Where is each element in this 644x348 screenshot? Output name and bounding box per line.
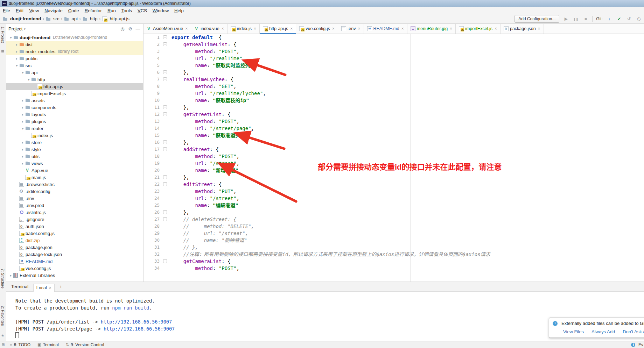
tab-close-icon[interactable]: ×: [254, 27, 256, 31]
chevron-collapsed-icon[interactable]: [20, 148, 25, 151]
fold-marker[interactable]: [162, 146, 168, 153]
tree-item-duoji-frontend[interactable]: duoji-frontendD:\zheheWeb\duoji-frontend: [6, 34, 143, 41]
notification-action-always-add[interactable]: Always Add: [592, 329, 615, 334]
tree-item-.browserslistrc[interactable]: .browserslistrc: [6, 181, 143, 188]
stop-icon[interactable]: [582, 16, 589, 21]
notification-action-view-files[interactable]: View Files: [563, 329, 584, 334]
terminal-link[interactable]: http://192.168.66.56:9007: [101, 319, 172, 325]
tab-menuRouter.jpg[interactable]: menuRouter.jpg×: [407, 24, 456, 34]
tab-http-api.js[interactable]: http-api.js×: [260, 24, 296, 34]
breadcrumb-item-api[interactable]: api: [64, 16, 77, 21]
fold-marker[interactable]: [162, 34, 168, 41]
tree-item-views[interactable]: views: [6, 160, 143, 167]
tab-index.js[interactable]: index.js×: [227, 24, 260, 34]
tab-index.vue[interactable]: index.vue×: [191, 24, 227, 34]
tree-item-README.md[interactable]: README.md: [6, 258, 143, 265]
tree-item-auth.json[interactable]: auth.json: [6, 223, 143, 230]
tab-close-icon[interactable]: ×: [332, 27, 335, 31]
chevron-expanded-icon[interactable]: [20, 127, 25, 130]
fold-marker[interactable]: [162, 181, 168, 188]
statusbar-item-terminal[interactable]: ▣Terminal: [34, 342, 62, 347]
tree-item-plugins[interactable]: plugins: [6, 118, 143, 125]
tab-close-icon[interactable]: ×: [401, 27, 404, 31]
tree-item-.gitignore[interactable]: .gitignore: [6, 216, 143, 223]
tree-item-.env.prod[interactable]: .env.prod: [6, 202, 143, 209]
tree-item-public[interactable]: public: [6, 55, 143, 62]
fold-marker[interactable]: [162, 76, 168, 83]
git-commit-icon[interactable]: [616, 16, 622, 21]
tree-item-router[interactable]: router: [6, 125, 143, 132]
new-terminal-icon[interactable]: +: [58, 284, 64, 290]
fold-marker[interactable]: [162, 139, 168, 146]
tree-item-package.json[interactable]: package.json: [6, 244, 143, 251]
tab-importExcel.js[interactable]: importExcel.js×: [456, 24, 500, 34]
notification-action-don-t-ask-agai[interactable]: Don't Ask Agai: [623, 329, 644, 334]
terminal-tab-local[interactable]: Local ×: [33, 284, 55, 292]
tree-item-vue.config.js[interactable]: vue.config.js: [6, 265, 143, 272]
terminal-link[interactable]: http://192.168.66.56:9007: [104, 326, 175, 332]
event-log-icon[interactable]: [631, 343, 635, 347]
tool-window-project-button[interactable]: 1: Project: [1, 27, 5, 43]
locate-file-icon[interactable]: ◎: [119, 26, 126, 31]
menu-item-file[interactable]: File: [0, 8, 13, 13]
statusbar-item-vcs[interactable]: ⇅9: Version Control: [62, 342, 108, 347]
project-panel-title[interactable]: Project: [8, 26, 22, 31]
tab-close-icon[interactable]: ×: [495, 27, 497, 31]
tree-item-store[interactable]: store: [6, 139, 143, 146]
breadcrumb-item-duoji-frontend[interactable]: duoji-frontend: [3, 16, 41, 21]
tab-close-icon[interactable]: ×: [358, 27, 360, 31]
git-update-icon[interactable]: [606, 16, 612, 21]
local-history-icon[interactable]: [636, 16, 642, 21]
chevron-expanded-icon[interactable]: [14, 64, 19, 68]
tree-item-style[interactable]: style: [6, 146, 143, 153]
tool-window-favorites-button[interactable]: 2: Favorites: [1, 306, 5, 326]
breadcrumb-item-http-api.js[interactable]: http-api.js: [102, 16, 129, 21]
fold-marker[interactable]: [162, 111, 168, 118]
close-icon[interactable]: ×: [49, 286, 51, 290]
tab-close-icon[interactable]: ×: [450, 27, 452, 31]
menu-item-code[interactable]: Code: [65, 8, 82, 13]
fold-marker[interactable]: [162, 41, 168, 48]
add-configuration-button[interactable]: Add Configuration...: [514, 15, 559, 23]
tree-item-layouts[interactable]: layouts: [6, 111, 143, 118]
menu-item-run[interactable]: Run: [105, 8, 119, 13]
menu-item-view[interactable]: View: [26, 8, 42, 13]
code-editor[interactable]: 1export default {2 getRealTimeList: {3 m…: [144, 34, 644, 282]
tool-window-switcher-icon[interactable]: ⊞: [0, 342, 6, 347]
chevron-collapsed-icon[interactable]: [20, 99, 25, 102]
tree-item-App.vue[interactable]: App.vue: [6, 167, 143, 174]
tree-item-assets[interactable]: assets: [6, 97, 143, 104]
tree-item-src[interactable]: src: [6, 62, 143, 69]
chevron-collapsed-icon[interactable]: [20, 113, 25, 116]
terminal-cursor[interactable]: [15, 332, 19, 338]
project-tool-icon[interactable]: ▦: [1, 49, 4, 53]
menu-item-navigate[interactable]: Navigate: [42, 8, 65, 13]
tree-item-dist.zip[interactable]: dist.zip: [6, 237, 143, 244]
tab-vue.config.js[interactable]: vue.config.js×: [296, 24, 338, 34]
chevron-expanded-icon[interactable]: [26, 78, 31, 81]
menu-item-tools[interactable]: Tools: [119, 8, 135, 13]
terminal-output[interactable]: Note that the development build is not o…: [6, 292, 644, 339]
favorites-star-icon[interactable]: ★: [1, 334, 4, 338]
tab-.env[interactable]: .env×: [338, 24, 364, 34]
statusbar-item-todo[interactable]: ≡6: TODO: [6, 342, 34, 347]
pause-icon[interactable]: [573, 16, 579, 21]
tab-close-icon[interactable]: ×: [185, 27, 188, 31]
chevron-down-icon[interactable]: ▾: [24, 27, 26, 31]
chevron-collapsed-icon[interactable]: [14, 57, 19, 61]
menu-item-help[interactable]: Help: [172, 8, 187, 13]
fold-marker[interactable]: [162, 258, 168, 265]
gear-icon[interactable]: ⚙: [127, 26, 133, 31]
tree-item-http[interactable]: http: [6, 76, 143, 83]
tab-close-icon[interactable]: ×: [222, 27, 224, 31]
tree-item-components[interactable]: components: [6, 104, 143, 111]
git-rollback-icon[interactable]: [626, 16, 632, 21]
tab-README.md[interactable]: README.md×: [364, 24, 407, 34]
tree-item-.eslintrc.js[interactable]: .eslintrc.js: [6, 209, 143, 216]
chevron-collapsed-icon[interactable]: [20, 106, 25, 109]
fold-marker[interactable]: [162, 104, 168, 111]
tree-item-importExcel.js[interactable]: importExcel.js: [6, 90, 143, 97]
chevron-collapsed-icon[interactable]: [20, 141, 25, 144]
chevron-collapsed-icon[interactable]: [8, 274, 13, 277]
chevron-expanded-icon[interactable]: [8, 36, 13, 40]
